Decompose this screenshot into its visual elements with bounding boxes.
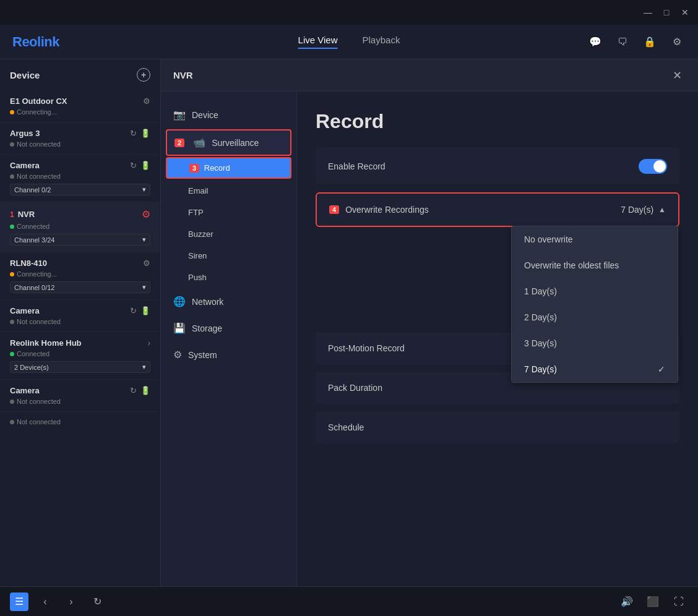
- back-button[interactable]: ‹: [36, 592, 54, 611]
- status-text: Connected: [17, 350, 50, 357]
- nvr-nav-system[interactable]: ⚙ System: [161, 341, 296, 368]
- settings-icon[interactable]: ⚙: [143, 96, 150, 106]
- nvr-nav-storage[interactable]: 💾 Storage: [161, 315, 296, 341]
- message-icon[interactable]: 💬: [587, 33, 604, 51]
- channel-select[interactable]: 2 Device(s) ▾: [10, 361, 150, 373]
- step-badge-1: 1: [10, 210, 14, 219]
- nvr-nav-surveillance[interactable]: 2 📹 Surveillance: [166, 129, 291, 156]
- dropdown-option-overwrite-oldest[interactable]: Overwrite the oldest files: [512, 252, 678, 278]
- nvr-nav-network[interactable]: 🌐 Network: [161, 288, 296, 315]
- nvr-nav-ftp[interactable]: FTP: [161, 202, 296, 223]
- status-dot: [10, 320, 14, 324]
- device-item-argus3[interactable]: Argus 3 ↻ 🔋 Not connected: [0, 122, 160, 155]
- refresh-icon[interactable]: ↻: [130, 161, 137, 170]
- list-view-button[interactable]: ☰: [10, 592, 28, 611]
- tab-live-view[interactable]: Live View: [298, 35, 338, 49]
- nvr-nav-siren[interactable]: Siren: [161, 245, 296, 267]
- device-status: Not connected: [10, 398, 150, 405]
- nvr-nav-device-label: Device: [192, 110, 218, 120]
- sidebar: Device + E1 Outdoor CX ⚙ Connecting... A…: [0, 59, 161, 616]
- device-top: RLN8-410 ⚙: [10, 259, 150, 268]
- forward-button[interactable]: ›: [62, 592, 80, 611]
- device-top: Argus 3 ↻ 🔋: [10, 129, 150, 138]
- channel-select[interactable]: Channel 3/24 ▾: [10, 234, 150, 246]
- device-icons: ↻ 🔋: [130, 386, 150, 395]
- bottom-bar-left: ☰ ‹ › ↻: [10, 592, 106, 611]
- device-item-nvr[interactable]: 1 NVR ⚙ Connected Channel 3/24 ▾: [0, 202, 160, 252]
- refresh-button[interactable]: ↻: [88, 592, 106, 611]
- device-item-home-hub[interactable]: Reolink Home Hub › Connected 2 Device(s)…: [0, 332, 160, 380]
- enable-record-toggle[interactable]: [639, 159, 667, 174]
- monitor-icon[interactable]: ⬛: [644, 592, 662, 611]
- minimize-button[interactable]: —: [642, 7, 653, 18]
- nvr-body: 📷 Device 2 📹 Surveillance 3 Record Email: [161, 92, 698, 616]
- refresh-icon[interactable]: ↻: [130, 306, 137, 315]
- schedule-label: Schedule: [328, 422, 364, 432]
- dropdown-option-no-overwrite[interactable]: No overwrite: [512, 226, 678, 252]
- nvr-nav-record[interactable]: 3 Record: [166, 157, 291, 179]
- settings-icon[interactable]: ⚙: [143, 259, 150, 268]
- close-window-button[interactable]: ✕: [679, 7, 691, 18]
- device-icons: ⚙: [142, 208, 150, 220]
- status-dot: [10, 174, 14, 179]
- chevron-right-icon[interactable]: ›: [148, 338, 150, 348]
- header-icons: 💬 🗨 🔒 ⚙: [587, 33, 686, 51]
- overwrite-dropdown-header[interactable]: 4 Overwrite Recordings 7 Day(s) ▲: [317, 194, 678, 226]
- nvr-nav-ftp-label: FTP: [188, 208, 204, 217]
- step-badge-4: 4: [329, 205, 339, 214]
- add-device-button[interactable]: +: [137, 68, 150, 82]
- dropdown-option-1day[interactable]: 1 Day(s): [512, 278, 678, 304]
- tab-playback[interactable]: Playback: [363, 35, 400, 49]
- device-top: E1 Outdoor CX ⚙: [10, 96, 150, 106]
- dropdown-option-7day[interactable]: 7 Day(s) ✓: [512, 356, 678, 382]
- volume-icon[interactable]: 🔊: [618, 592, 636, 611]
- maximize-button[interactable]: □: [661, 7, 672, 18]
- chevron-up-icon: ▲: [658, 205, 666, 214]
- battery-icon: 🔋: [140, 161, 150, 170]
- nvr-panel-header: NVR ✕: [161, 59, 698, 92]
- device-status: Connecting...: [10, 270, 150, 278]
- status-text: Connecting...: [17, 108, 57, 116]
- gear-icon[interactable]: ⚙: [142, 208, 150, 220]
- nvr-nav-email[interactable]: Email: [161, 180, 296, 202]
- device-status: Connected: [10, 350, 150, 357]
- device-item-e1-outdoor[interactable]: E1 Outdoor CX ⚙ Connecting...: [0, 90, 160, 122]
- device-item-camera1[interactable]: Camera ↻ 🔋 Not connected Channel 0/2 ▾: [0, 155, 160, 202]
- fullscreen-icon[interactable]: ⛶: [670, 592, 688, 611]
- chat-icon[interactable]: 🗨: [614, 33, 631, 51]
- device-icons: ›: [148, 338, 150, 348]
- status-dot: [10, 142, 14, 147]
- sidebar-header: Device +: [0, 59, 160, 90]
- device-item-camera3[interactable]: Camera ↻ 🔋 Not connected: [0, 380, 160, 412]
- device-item-camera2[interactable]: Camera ↻ 🔋 Not connected: [0, 300, 160, 332]
- title-bar: — □ ✕: [0, 0, 698, 25]
- enable-record-row: Enable Record: [316, 148, 679, 185]
- channel-text: Channel 3/24: [14, 236, 54, 244]
- nvr-nav-push[interactable]: Push: [161, 267, 296, 288]
- lock-icon[interactable]: 🔒: [641, 33, 658, 51]
- device-name: Reolink Home Hub: [10, 338, 82, 348]
- refresh-icon[interactable]: ↻: [130, 386, 137, 395]
- device-name: Camera: [10, 161, 40, 170]
- refresh-icon[interactable]: ↻: [130, 129, 137, 138]
- bottom-not-connected: Not connected: [0, 412, 160, 432]
- dropdown-option-2day[interactable]: 2 Day(s): [512, 304, 678, 330]
- nav-tabs: Live View Playback: [298, 35, 400, 49]
- nvr-nav-record-label: Record: [204, 163, 230, 173]
- battery-icon: 🔋: [140, 129, 150, 138]
- toggle-knob: [653, 160, 666, 173]
- close-nvr-button[interactable]: ✕: [668, 67, 686, 84]
- channel-select[interactable]: Channel 0/2 ▾: [10, 184, 150, 195]
- device-icons: ↻ 🔋: [130, 306, 150, 315]
- nvr-nav-buzzer[interactable]: Buzzer: [161, 223, 296, 245]
- dropdown-option-3day[interactable]: 3 Day(s): [512, 330, 678, 356]
- channel-select[interactable]: Channel 0/12 ▾: [10, 281, 150, 293]
- device-item-rln8[interactable]: RLN8-410 ⚙ Connecting... Channel 0/12 ▾: [0, 252, 160, 300]
- nvr-nav-device[interactable]: 📷 Device: [161, 101, 296, 128]
- device-icons: ↻ 🔋: [130, 129, 150, 138]
- channel-text: Channel 0/2: [14, 186, 51, 194]
- settings-icon[interactable]: ⚙: [668, 33, 686, 51]
- nvr-panel-title: NVR: [173, 70, 193, 80]
- check-icon: ✓: [658, 364, 665, 374]
- device-icons: ⚙: [143, 96, 150, 106]
